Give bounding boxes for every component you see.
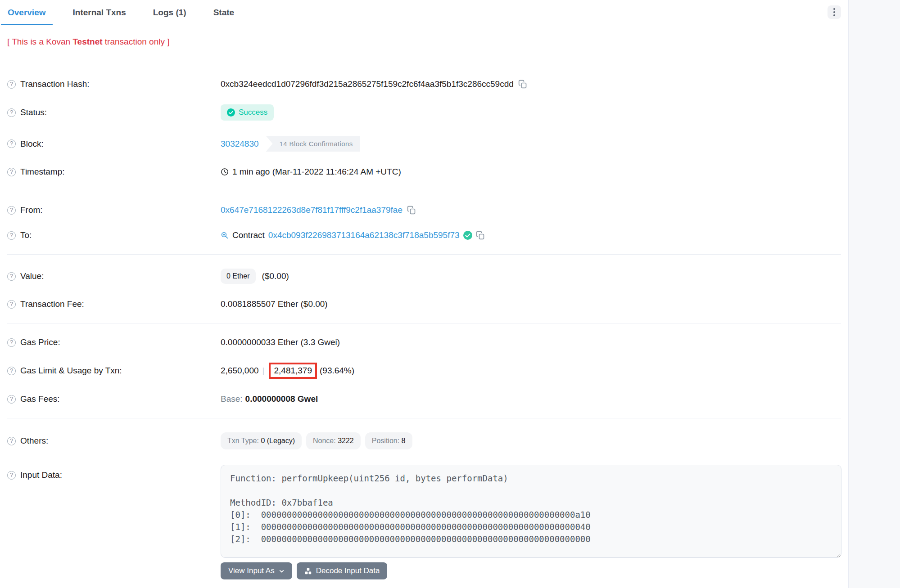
transaction-details-card: Overview Internal Txns Logs (1) State [ …: [0, 0, 849, 588]
zoom-in-icon: [221, 231, 229, 239]
timestamp-label: Timestamp:: [20, 167, 65, 177]
transaction-fee-value: 0.0081885507 Ether ($0.00): [221, 299, 328, 309]
divider: [7, 418, 841, 418]
input-data-textarea[interactable]: Function: performUpkeep(uint256 id, byte…: [221, 465, 841, 558]
gas-limit-label: Gas Limit & Usage by Txn:: [20, 366, 122, 376]
transaction-hash-label: Transaction Hash:: [20, 79, 89, 89]
transaction-fee-label: Transaction Fee:: [20, 299, 84, 309]
row-input-data: ? Input Data: Function: performUpkeep(ui…: [7, 457, 841, 587]
help-icon[interactable]: ?: [7, 437, 16, 445]
tab-internal-txns[interactable]: Internal Txns: [66, 0, 133, 25]
others-label: Others:: [20, 436, 48, 446]
row-transaction-hash: ? Transaction Hash: 0xcb324eedcd1d07296f…: [7, 72, 841, 97]
row-status: ? Status: Success: [7, 97, 841, 128]
help-icon[interactable]: ?: [7, 367, 16, 375]
transaction-hash-value: 0xcb324eedcd1d07296fdf3d215a2865275f159c…: [221, 79, 514, 89]
to-address-link[interactable]: 0x4cb093f226983713164a62138c3f718a5b595f…: [268, 230, 460, 240]
txn-type-badge: Txn Type: 0 (Legacy): [221, 432, 302, 449]
row-others: ? Others: Txn Type: 0 (Legacy) Nonce: 32…: [7, 425, 841, 457]
tab-bar: Overview Internal Txns Logs (1) State: [0, 0, 848, 25]
check-circle-icon: [227, 108, 235, 117]
gas-fees-label: Gas Fees:: [20, 394, 60, 404]
help-icon[interactable]: ?: [7, 231, 16, 240]
value-amount-badge: 0 Ether: [221, 269, 256, 284]
help-icon[interactable]: ?: [7, 338, 16, 347]
help-icon[interactable]: ?: [7, 300, 16, 309]
kebab-menu-icon[interactable]: [828, 5, 841, 19]
help-icon[interactable]: ?: [7, 80, 16, 89]
gas-price-value: 0.0000000033 Ether (3.3 Gwei): [221, 337, 340, 347]
input-data-label: Input Data:: [20, 470, 62, 480]
tab-overview[interactable]: Overview: [1, 0, 53, 25]
gas-used-percent: (93.64%): [320, 366, 354, 376]
gas-price-label: Gas Price:: [20, 337, 60, 347]
position-badge: Position: 8: [365, 432, 412, 449]
divider: [7, 323, 841, 323]
block-confirmations-badge: 14 Block Confirmations: [266, 136, 360, 152]
gas-fees-base-label: Base:: [221, 394, 243, 404]
gas-limit-value: 2,650,000: [221, 366, 259, 376]
gas-separator: |: [262, 366, 265, 376]
clock-icon: [221, 168, 229, 176]
row-value: ? Value: 0 Ether ($0.00): [7, 261, 841, 292]
tab-state[interactable]: State: [207, 0, 241, 25]
value-label: Value:: [20, 271, 44, 281]
row-to: ? To: Contract 0x4cb093f226983713164a621…: [7, 223, 841, 248]
gas-used-value: 2,481,379: [274, 366, 312, 375]
from-address-link[interactable]: 0x647e7168122263d8e7f81f17fff9c2f1aa379f…: [221, 205, 403, 215]
row-timestamp: ? Timestamp: 1 min ago (Mar-11-2022 11:4…: [7, 159, 841, 184]
row-block: ? Block: 30324830 14 Block Confirmations: [7, 128, 841, 159]
to-label: To:: [20, 230, 32, 240]
value-usd: ($0.00): [262, 271, 289, 281]
block-number-link[interactable]: 30324830: [221, 139, 259, 149]
tab-logs[interactable]: Logs (1): [146, 0, 193, 25]
testnet-notice: [ This is a Kovan Testnet transaction on…: [7, 25, 841, 58]
row-gas-fees: ? Gas Fees: Base: 0.000000008 Gwei: [7, 386, 841, 412]
copy-icon[interactable]: [407, 206, 416, 215]
block-label: Block:: [20, 139, 44, 149]
copy-icon[interactable]: [476, 231, 485, 240]
help-icon[interactable]: ?: [7, 206, 16, 215]
copy-icon[interactable]: [518, 80, 527, 89]
from-label: From:: [20, 205, 43, 215]
help-icon[interactable]: ?: [7, 139, 16, 148]
chevron-down-icon: [279, 568, 285, 574]
to-type: Contract: [232, 230, 265, 240]
row-gas-limit-usage: ? Gas Limit & Usage by Txn: 2,650,000 | …: [7, 355, 841, 386]
gas-fees-base-value: 0.000000008 Gwei: [245, 394, 318, 404]
view-input-as-button[interactable]: View Input As: [221, 562, 292, 579]
timestamp-value: 1 min ago (Mar-11-2022 11:46:24 AM +UTC): [232, 167, 401, 177]
decode-icon: [304, 567, 312, 575]
divider: [7, 254, 841, 255]
divider: [7, 191, 841, 191]
row-from: ? From: 0x647e7168122263d8e7f81f17fff9c2…: [7, 197, 841, 223]
status-badge: Success: [221, 104, 274, 121]
help-icon[interactable]: ?: [7, 471, 16, 480]
check-circle-icon: [463, 231, 472, 240]
decode-input-data-button[interactable]: Decode Input Data: [297, 562, 388, 579]
help-icon[interactable]: ?: [7, 395, 16, 404]
nonce-badge: Nonce: 3222: [306, 432, 361, 449]
row-transaction-fee: ? Transaction Fee: 0.0081885507 Ether ($…: [7, 292, 841, 317]
help-icon[interactable]: ?: [7, 272, 16, 281]
gas-used-annotation-box: 2,481,379: [269, 363, 317, 379]
status-label: Status:: [20, 108, 47, 117]
divider: [7, 65, 841, 65]
help-icon[interactable]: ?: [7, 108, 16, 117]
row-gas-price: ? Gas Price: 0.0000000033 Ether (3.3 Gwe…: [7, 330, 841, 355]
help-icon[interactable]: ?: [7, 168, 16, 176]
